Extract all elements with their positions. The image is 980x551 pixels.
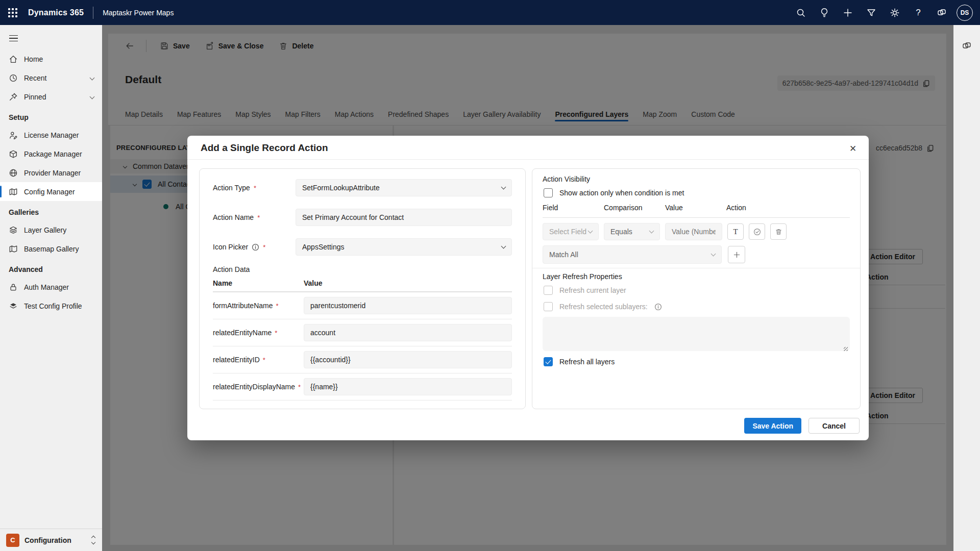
sidebar-item-home[interactable]: Home — [0, 49, 102, 68]
sidebar-item-config-manager[interactable]: Config Manager — [0, 182, 102, 201]
stacked-tags-icon — [9, 302, 18, 311]
globe-icon — [9, 168, 18, 178]
required-mark: * — [263, 356, 265, 364]
sidebar-item-label: License Manager — [24, 131, 79, 139]
param-value-input[interactable] — [304, 297, 512, 314]
refresh-current-layer-label: Refresh current layer — [559, 286, 626, 294]
action-name-input[interactable] — [296, 209, 512, 226]
sidebar-item-label: Package Manager — [24, 150, 82, 158]
chevron-down-icon — [501, 185, 506, 190]
param-name: relatedEntityID — [213, 356, 260, 364]
refresh-sublayers-label: Refresh selected sublayers: — [559, 303, 648, 311]
match-rule-select[interactable]: Match All — [543, 245, 722, 264]
sidebar-item-package-manager[interactable]: Package Manager — [0, 144, 102, 163]
add-single-record-action-dialog: Add a Single Record Action ✕ Action Type… — [187, 136, 869, 440]
copilot-icon[interactable] — [930, 0, 953, 25]
sidebar-item-recent[interactable]: Recent — [0, 68, 102, 87]
text-type-toggle-button[interactable]: T — [727, 223, 744, 240]
cancel-button[interactable]: Cancel — [808, 418, 860, 434]
action-data-row: relatedEntityID* — [213, 346, 512, 373]
param-name: relatedEntityName — [213, 329, 272, 337]
action-type-label: Action Type — [213, 184, 250, 192]
new-record-plus-icon[interactable] — [836, 0, 860, 25]
user-avatar[interactable]: DS — [957, 5, 973, 21]
param-value-input[interactable] — [304, 378, 512, 395]
hamburger-menu-icon[interactable] — [2, 28, 24, 48]
left-navigation-sidebar: Home Recent Pinned Setup License Manager… — [0, 25, 102, 551]
refresh-sublayers-checkbox — [544, 302, 553, 311]
icon-picker-row: Icon Picker * AppsSettings — [213, 238, 512, 256]
refresh-all-layers-checkbox[interactable] — [544, 357, 553, 366]
close-icon[interactable]: ✕ — [845, 141, 861, 156]
chevron-down-icon — [90, 76, 95, 81]
condition-value-input[interactable] — [665, 223, 722, 240]
chevron-down-icon — [501, 244, 506, 249]
action-name-label: Action Name — [213, 213, 254, 221]
environment-switcher[interactable]: C Configuration — [0, 529, 102, 551]
refresh-all-layers-row: Refresh all layers — [544, 357, 615, 366]
sidebar-item-label: Config Manager — [24, 188, 75, 196]
add-condition-button[interactable] — [728, 246, 745, 263]
home-icon — [9, 55, 18, 64]
value-column-header: Value — [304, 279, 323, 291]
sidebar-item-basemap-gallery[interactable]: Basemap Gallery — [0, 239, 102, 258]
environment-label: Configuration — [24, 536, 71, 544]
refresh-all-layers-label: Refresh all layers — [559, 358, 615, 366]
sidebar-item-test-config-profile[interactable]: Test Config Profile — [0, 296, 102, 315]
required-mark: * — [254, 184, 256, 192]
required-mark: * — [276, 302, 278, 310]
action-visibility-title: Action Visibility — [543, 175, 590, 183]
waffle-menu-icon[interactable] — [0, 0, 25, 25]
section-divider — [532, 268, 860, 268]
license-person-icon — [9, 131, 18, 140]
required-mark: * — [257, 214, 260, 221]
app-area-title[interactable]: Maptaskr Power Maps — [103, 9, 174, 17]
required-mark: * — [298, 383, 301, 391]
field-column-header: Field — [543, 204, 604, 217]
sidebar-item-license-manager[interactable]: License Manager — [0, 126, 102, 144]
sidebar-item-label: Test Config Profile — [24, 302, 82, 310]
action-data-row: relatedEntityDisplayName* — [213, 373, 512, 400]
resize-grip-icon — [844, 347, 848, 351]
clock-icon — [9, 73, 18, 83]
action-data-row: formAttributeName* — [213, 292, 512, 319]
name-column-header: Name — [213, 279, 304, 291]
sidebar-item-label: Layer Gallery — [24, 226, 66, 234]
condition-label: Show action only when condition is met — [559, 189, 684, 197]
search-icon[interactable] — [789, 0, 813, 25]
action-type-row: Action Type* SetFormLookupAttribute — [213, 179, 512, 196]
sidebar-item-pinned[interactable]: Pinned — [0, 87, 102, 106]
icon-picker-dropdown[interactable]: AppsSettings — [296, 238, 512, 256]
layers-icon — [9, 226, 18, 235]
refresh-sublayers-row: Refresh selected sublayers: — [544, 302, 662, 311]
action-type-dropdown[interactable]: SetFormLookupAttribute — [296, 179, 512, 196]
sidebar-section-setup: Setup — [0, 106, 102, 126]
sidebar-item-layer-gallery[interactable]: Layer Gallery — [0, 220, 102, 239]
sidebar-item-label: Recent — [24, 74, 46, 82]
sidebar-item-auth-manager[interactable]: Auth Manager — [0, 278, 102, 296]
filter-icon[interactable] — [860, 0, 883, 25]
delete-condition-button[interactable] — [770, 223, 787, 240]
action-data-title: Action Data — [213, 265, 250, 273]
chevron-down-icon — [711, 252, 716, 257]
sidebar-item-provider-manager[interactable]: Provider Manager — [0, 163, 102, 182]
save-action-button[interactable]: Save Action — [744, 418, 801, 434]
condition-checkbox-row: Show action only when condition is met — [544, 188, 684, 197]
field-select[interactable]: Select Field — [543, 223, 599, 240]
dialog-header-divider — [187, 159, 869, 160]
param-value-input[interactable] — [304, 324, 512, 341]
copilot-rail-icon[interactable] — [955, 34, 978, 58]
app-name[interactable]: Dynamics 365 — [28, 8, 84, 17]
condition-checkbox[interactable] — [544, 188, 553, 197]
lightbulb-icon[interactable] — [813, 0, 836, 25]
action-settings-card: Action Type* SetFormLookupAttribute Acti… — [199, 168, 526, 409]
environment-switch-icon — [92, 536, 95, 544]
action-data-header: Name Value — [213, 279, 512, 292]
icon-picker-label: Icon Picker — [213, 243, 248, 251]
apply-condition-button[interactable] — [749, 223, 765, 240]
param-value-input[interactable] — [304, 351, 512, 368]
comparison-select[interactable]: Equals — [604, 223, 660, 240]
chevron-down-icon — [588, 229, 593, 234]
settings-gear-icon[interactable] — [883, 0, 906, 25]
help-icon[interactable]: ? — [906, 0, 930, 25]
